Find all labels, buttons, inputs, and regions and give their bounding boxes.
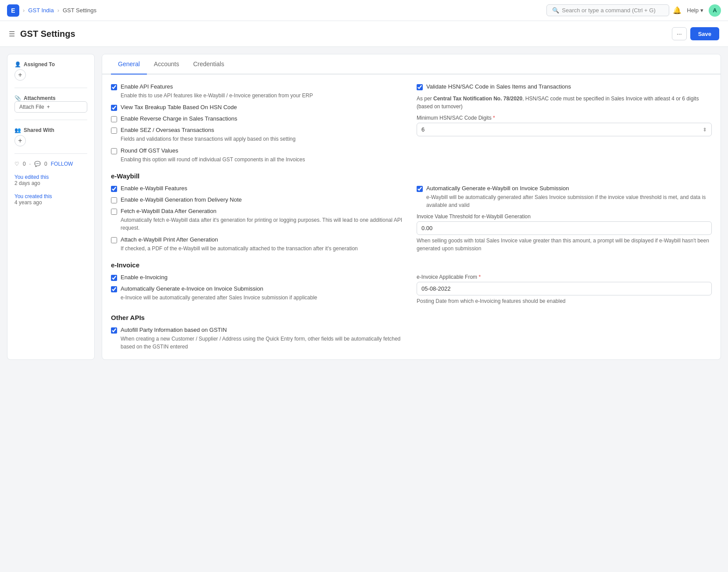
save-button[interactable]: Save (690, 27, 719, 40)
divider-2 (14, 120, 87, 120)
other-apis-section-header: Other APIs (111, 314, 712, 321)
auto-generate-ewaybill-desc: e-Waybill will be automatically generate… (426, 193, 712, 209)
round-off-gst-checkbox[interactable] (111, 148, 117, 154)
validate-hsn-checkbox[interactable] (417, 84, 423, 90)
ewaybill-delivery-checkbox[interactable] (111, 197, 117, 203)
auto-generate-ewaybill-checkbox[interactable] (417, 186, 423, 192)
einvoice-applicable-from-label: e-Invoice Applicable From * (417, 274, 712, 280)
hamburger-icon[interactable]: ☰ (9, 30, 15, 38)
auto-generate-ewaybill-item: Automatically Generate e-Waybill on Invo… (417, 185, 712, 209)
tabs-bar: General Accounts Credentials (102, 54, 721, 75)
likes-count: 0 (23, 161, 26, 167)
search-bar[interactable]: 🔍 Search or type a command (Ctrl + G) (546, 4, 669, 16)
settings-body: Enable API Features Enable this to use A… (102, 75, 721, 359)
auto-generate-einvoice-desc: e-Invoice will be automatically generate… (121, 294, 317, 302)
round-off-gst-desc: Enabling this option will round off indi… (121, 156, 305, 163)
add-shared-with-button[interactable]: + (14, 135, 26, 146)
comments-count: 0 (44, 161, 47, 167)
tab-accounts[interactable]: Accounts (147, 54, 186, 75)
auto-generate-einvoice-checkbox[interactable] (111, 286, 117, 292)
einvoice-left: Enable e-Invoicing Automatically Generat… (111, 274, 406, 305)
more-options-button[interactable]: ··· (672, 27, 687, 40)
auto-generate-einvoice-item: Automatically Generate e-Invoice on Invo… (111, 285, 406, 302)
follow-button[interactable]: FOLLOW (51, 161, 73, 167)
ewaybill-section-header: e-Waybill (111, 172, 712, 180)
attachments-title: 📎 Attachments (14, 95, 87, 101)
view-tax-breakup-checkbox[interactable] (111, 105, 117, 111)
min-hsn-input[interactable]: 6 ⬍ (417, 123, 712, 136)
spinner-icon[interactable]: ⬍ (703, 127, 707, 133)
autofill-party-checkbox[interactable] (111, 327, 117, 334)
attach-ewaybill-checkbox[interactable] (111, 237, 117, 243)
reverse-charge-checkbox[interactable] (111, 116, 117, 122)
enable-einvoicing-label[interactable]: Enable e-Invoicing (121, 274, 168, 281)
threshold-desc: When selling goods with total Sales Invo… (417, 237, 712, 252)
einvoice-applicable-from-input[interactable]: 05-08-2022 (417, 282, 712, 295)
tab-credentials[interactable]: Credentials (186, 54, 231, 75)
enable-ewaybill-label[interactable]: Enable e-Waybill Features (121, 185, 187, 192)
hsn-validation-note: As per Central Tax Notification No. 78/2… (417, 95, 712, 110)
created-ago: 4 years ago (14, 199, 87, 206)
ewaybill-delivery-label[interactable]: Enable e-Waybill Generation from Deliver… (121, 196, 242, 203)
follow-row: ♡ 0 · 💬 0 FOLLOW (14, 161, 87, 167)
min-hsn-field: Minimum HSN/SAC Code Digits * 6 ⬍ (417, 115, 712, 136)
breadcrumb-parent[interactable]: GST India (28, 7, 54, 14)
content-panel: General Accounts Credentials Enable API … (102, 54, 721, 360)
assigned-to-title: 👤 Assigned To (14, 61, 87, 68)
sez-overseas-label[interactable]: Enable SEZ / Overseas Transactions (121, 127, 296, 133)
attach-ewaybill-desc: If checked, a PDF of the e-Waybill will … (121, 245, 358, 252)
einvoice-section: Enable e-Invoicing Automatically Generat… (111, 274, 712, 305)
autofill-party-label[interactable]: Autofill Party Information based on GSTI… (121, 327, 406, 333)
page-title: GST Settings (20, 29, 75, 39)
plus-icon: + (47, 104, 50, 110)
validate-hsn-label[interactable]: Validate HSN/SAC Code in Sales Items and… (426, 83, 571, 90)
view-tax-breakup-label[interactable]: View Tax Breakup Table Based On HSN Code (121, 104, 237, 110)
threshold-input[interactable]: 0.00 (417, 221, 712, 235)
attach-file-button[interactable]: Attach File + (14, 101, 87, 113)
sidebar: 👤 Assigned To + 📎 Attachments Attach Fil… (7, 54, 95, 360)
view-tax-breakup-item: View Tax Breakup Table Based On HSN Code (111, 104, 406, 111)
breadcrumb-sep-2: › (57, 7, 59, 14)
comment-icon: 💬 (34, 161, 41, 167)
einvoice-section-header: e-Invoice (111, 261, 712, 269)
page-header: ☰ GST Settings ··· Save (0, 21, 728, 47)
fetch-ewaybill-item: Fetch e-Waybill Data After Generation Au… (111, 208, 406, 232)
threshold-label: Invoice Value Threshold for e-Waybill Ge… (417, 213, 712, 220)
enable-einvoicing-item: Enable e-Invoicing (111, 274, 406, 281)
reverse-charge-label[interactable]: Enable Reverse Charge in Sales Transacti… (121, 115, 237, 122)
fetch-ewaybill-desc: Automatically fetch e-Waybill data after… (121, 216, 406, 232)
enable-api-checkbox[interactable] (111, 84, 117, 90)
tab-general[interactable]: General (111, 54, 147, 75)
main-content: 👤 Assigned To + 📎 Attachments Attach Fil… (0, 47, 728, 367)
einvoice-applicable-from-desc: Posting Date from which e-Invoicing feat… (417, 297, 712, 305)
brand-logo: E (7, 4, 19, 17)
enable-api-label[interactable]: Enable API Features (121, 83, 313, 90)
reverse-charge-item: Enable Reverse Charge in Sales Transacti… (111, 115, 406, 122)
add-assigned-to-button[interactable]: + (14, 69, 26, 81)
validate-hsn-item: Validate HSN/SAC Code in Sales Items and… (417, 83, 712, 90)
enable-api-desc: Enable this to use API features like e-W… (121, 92, 313, 99)
enable-ewaybill-checkbox[interactable] (111, 186, 117, 192)
fetch-ewaybill-label[interactable]: Fetch e-Waybill Data After Generation (121, 208, 406, 214)
auto-generate-ewaybill-label[interactable]: Automatically Generate e-Waybill on Invo… (426, 185, 712, 192)
attachments-section: 📎 Attachments Attach File + (14, 95, 87, 113)
divider-1 (14, 88, 87, 88)
paperclip-icon: 📎 (14, 95, 21, 101)
other-apis-left: Autofill Party Information based on GSTI… (111, 327, 406, 351)
enable-einvoicing-checkbox[interactable] (111, 275, 117, 281)
round-off-gst-item: Round Off GST Values Enabling this optio… (111, 147, 406, 163)
enable-ewaybill-item: Enable e-Waybill Features (111, 185, 406, 192)
min-hsn-label: Minimum HSN/SAC Code Digits * (417, 115, 712, 121)
edited-ago: 2 days ago (14, 180, 87, 186)
attach-ewaybill-label[interactable]: Attach e-Waybill Print After Generation (121, 236, 358, 243)
round-off-gst-label[interactable]: Round Off GST Values (121, 147, 305, 154)
edited-info: You edited this 2 days ago (14, 174, 87, 186)
ewaybill-right: Automatically Generate e-Waybill on Invo… (417, 185, 712, 252)
avatar[interactable]: A (709, 4, 721, 17)
help-button[interactable]: Help ▾ (687, 7, 703, 14)
sez-overseas-checkbox[interactable] (111, 128, 117, 134)
fetch-ewaybill-checkbox[interactable] (111, 209, 117, 215)
auto-generate-einvoice-label[interactable]: Automatically Generate e-Invoice on Invo… (121, 285, 317, 292)
bell-icon[interactable]: 🔔 (673, 6, 682, 14)
threshold-field: Invoice Value Threshold for e-Waybill Ge… (417, 213, 712, 252)
